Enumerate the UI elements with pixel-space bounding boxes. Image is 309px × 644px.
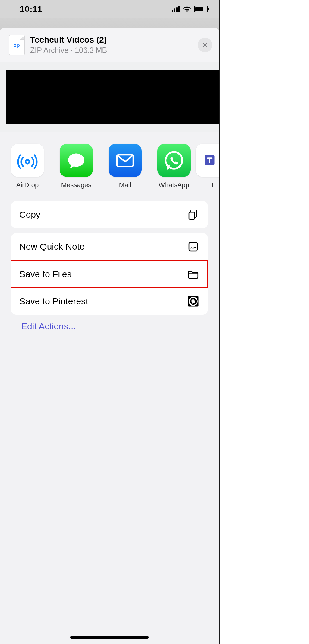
svg-rect-5	[189, 212, 195, 219]
share-sheet: zip Techcult Videos (2) ZIP Archive · 10…	[0, 28, 219, 644]
share-apps-row[interactable]: AirDrop Messages Mail WhatsApp	[0, 132, 219, 201]
file-thumbnail: zip	[9, 35, 25, 55]
action-label: Save to Pinterest	[19, 296, 88, 306]
share-app-label: Mail	[119, 181, 131, 189]
copy-icon	[187, 208, 200, 221]
folder-icon	[187, 268, 200, 280]
action-label: Save to Files	[19, 269, 71, 279]
file-subtitle: ZIP Archive · 106.3 MB	[30, 46, 198, 55]
preview-thumbnail	[6, 70, 219, 124]
share-app-messages[interactable]: Messages	[60, 144, 93, 189]
teams-icon	[196, 144, 219, 177]
share-app-airdrop[interactable]: AirDrop	[11, 144, 44, 189]
airdrop-icon	[11, 144, 44, 177]
home-indicator[interactable]	[70, 636, 149, 639]
action-copy[interactable]: Copy	[11, 201, 208, 228]
mail-icon	[109, 144, 142, 177]
close-button[interactable]	[198, 38, 212, 52]
quicknote-icon	[187, 240, 200, 253]
action-new-quick-note[interactable]: New Quick Note	[11, 233, 208, 260]
share-app-teams[interactable]: T	[206, 144, 218, 189]
file-badge: zip	[14, 43, 20, 48]
status-indicators	[172, 5, 208, 13]
action-save-to-pinterest[interactable]: Save to Pinterest	[11, 287, 208, 315]
phone-frame: 10:11 zip Techcult Videos (2) ZIP Archiv…	[0, 0, 219, 644]
share-app-label: T	[210, 181, 214, 189]
share-app-label: WhatsApp	[159, 181, 189, 189]
cellular-icon	[172, 6, 180, 12]
wifi-icon	[183, 5, 191, 13]
share-app-mail[interactable]: Mail	[109, 144, 142, 189]
share-header: zip Techcult Videos (2) ZIP Archive · 10…	[0, 28, 219, 62]
svg-rect-6	[189, 242, 197, 251]
action-group-main: New Quick Note Save to Files Save to Pin…	[11, 233, 208, 315]
action-save-to-files[interactable]: Save to Files	[11, 260, 208, 287]
whatsapp-icon	[157, 144, 191, 177]
svg-point-0	[26, 160, 29, 164]
edit-actions-link[interactable]: Edit Actions...	[21, 321, 76, 331]
action-label: New Quick Note	[19, 242, 85, 252]
file-name: Techcult Videos (2)	[30, 35, 198, 45]
close-icon	[202, 42, 208, 48]
edit-actions-row: Edit Actions...	[0, 315, 219, 332]
action-label: Copy	[19, 210, 40, 220]
device-edge	[219, 0, 220, 644]
preview-strip	[0, 62, 219, 132]
status-bar: 10:11	[0, 0, 219, 18]
share-app-label: AirDrop	[16, 181, 39, 189]
pinterest-icon	[187, 295, 200, 308]
battery-icon	[194, 6, 208, 12]
messages-icon	[60, 144, 93, 177]
action-group-copy: Copy	[11, 201, 208, 228]
status-time: 10:11	[20, 4, 42, 14]
share-app-label: Messages	[61, 181, 91, 189]
share-app-whatsapp[interactable]: WhatsApp	[157, 144, 191, 189]
